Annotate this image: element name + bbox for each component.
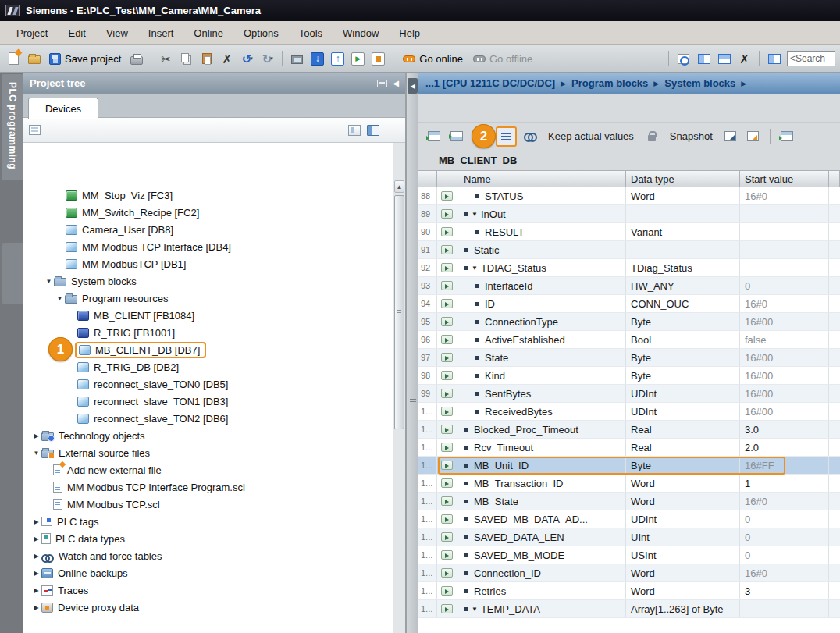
copy-icon[interactable] (177, 50, 195, 68)
scrollbar-thumb[interactable] (394, 195, 404, 429)
tree-item-add-new-external-file[interactable]: Add new external file (28, 461, 393, 478)
apply-snapshot-icon[interactable] (744, 127, 763, 146)
table-row-blocked-proc-timeout[interactable]: 1...Blocked_Proc_TimeoutReal3.0 (418, 421, 840, 439)
save-project-button[interactable]: Save project (45, 52, 125, 66)
table-row-connection-id[interactable]: 1...Connection_IDWord16#0 (418, 564, 840, 582)
tree-item-mm-modbus-tcp-interface-db4[interactable]: MM Modbus TCP Interface [DB4] (28, 238, 393, 255)
upload-from-device-icon[interactable]: ↑ (329, 50, 347, 68)
header-data-type[interactable]: Data type (626, 171, 740, 187)
expanded-mode-icon[interactable] (496, 126, 517, 147)
table-row-static[interactable]: 91Static (418, 241, 840, 259)
copy-snapshot-icon[interactable] (721, 127, 740, 146)
table-row-result[interactable]: 90RESULTVariant (418, 223, 840, 241)
menu-project[interactable]: Project (8, 25, 56, 41)
scroll-up-icon[interactable]: ▲ (394, 180, 404, 193)
add-row-icon[interactable] (447, 127, 466, 146)
menu-edit[interactable]: Edit (59, 25, 94, 41)
lock-values-icon[interactable] (642, 127, 661, 146)
tree-item-external-source-files[interactable]: ▼External source files (28, 444, 393, 461)
expand-arrow-icon[interactable]: ▶ (31, 570, 41, 577)
search-input[interactable]: <Search (787, 51, 835, 66)
close-editor-icon[interactable]: ✗ (735, 50, 753, 68)
tree-item-online-backups[interactable]: ▶Online backups (28, 564, 393, 581)
tree-item-mm-stop-viz-fc3[interactable]: MM_Stop_Viz [FC3] (28, 187, 393, 204)
splitter-grip[interactable] (410, 397, 416, 404)
table-row-temp-data[interactable]: 1...▼TEMP_DATAArray[1..263] of Byte (418, 600, 840, 618)
tab-devices[interactable]: Devices (28, 98, 98, 119)
auto-collapse-icon[interactable] (377, 80, 387, 87)
tree-item-mb-client-db-db7[interactable]: 1MB_CLIENT_DB [DB7] (28, 341, 393, 358)
go-online-button[interactable]: Go online (399, 52, 467, 66)
tree-item-device-proxy-data[interactable]: ▶Device proxy data (28, 599, 393, 616)
table-row-interfaceid[interactable]: 93InterfaceIdHW_ANY0 (418, 277, 840, 295)
blue-book-icon[interactable] (367, 125, 379, 136)
tree-item-mm-switch-recipe-fc2[interactable]: MM_Switch_Recipe [FC2] (28, 204, 393, 221)
collapse-arrow-icon[interactable]: ▼ (472, 606, 478, 613)
tree-item-program-resources[interactable]: ▼Program resources (28, 290, 393, 307)
tree-item-r-trig-db-db2[interactable]: R_TRIG_DB [DB2] (28, 358, 393, 375)
cut-icon[interactable]: ✂ (157, 50, 175, 68)
menu-options[interactable]: Options (235, 25, 287, 41)
new-project-icon[interactable] (5, 50, 23, 68)
collapse-left-icon[interactable]: ◀ (408, 78, 418, 94)
table-row-kind[interactable]: 98KindByte16#00 (418, 367, 840, 385)
layout-left-icon[interactable] (765, 50, 783, 68)
start-cpu-icon[interactable]: ▶ (349, 50, 367, 68)
expand-arrow-icon[interactable]: ▶ (31, 604, 41, 611)
table-row-state[interactable]: 97StateByte16#00 (418, 349, 840, 367)
tree-item-plc-data-types[interactable]: ▶PLC data types (28, 530, 393, 547)
breadcrumb-item-3[interactable]: System blocks (664, 77, 735, 89)
tree-item-mb-client-fb1084[interactable]: MB_CLIENT [FB1084] (28, 307, 393, 324)
tree-item-r-trig-fb1001[interactable]: R_TRIG [FB1001] (28, 324, 393, 341)
download-to-device-icon[interactable]: ↓ (308, 50, 326, 68)
tree-item-mm-modbus-tcp-scl[interactable]: MM Modbus TCP.scl (28, 496, 393, 513)
menu-help[interactable]: Help (390, 25, 429, 41)
breadcrumb-item-1[interactable]: ...1 [CPU 1211C DC/DC/DC] (425, 77, 555, 89)
print-icon[interactable] (127, 50, 145, 68)
menu-insert[interactable]: Insert (140, 25, 183, 41)
table-row-saved-mb-data-ad[interactable]: 1...SAVED_MB_DATA_AD...UDInt0 (418, 510, 840, 528)
collapse-arrow-icon[interactable]: ▼ (472, 211, 478, 218)
snapshot-button[interactable]: Snapshot (670, 130, 713, 142)
tree-item-traces[interactable]: ▶Traces (28, 581, 393, 599)
table-row-sentbytes[interactable]: 99SentBytesUDInt16#00 (418, 385, 840, 403)
paste-icon[interactable] (198, 50, 215, 68)
collapse-arrow-icon[interactable]: ▼ (31, 450, 41, 457)
tree-item-camera-user-db8[interactable]: Camera_User [DB8] (28, 221, 393, 238)
menu-online[interactable]: Online (185, 25, 232, 41)
table-row-activeestablished[interactable]: 96ActiveEstablishedBoolfalse (418, 331, 840, 349)
details-view-icon[interactable] (348, 125, 361, 136)
header-start-value[interactable]: Start value (740, 171, 829, 187)
expand-arrow-icon[interactable]: ▶ (31, 553, 41, 560)
table-row-connectiontype[interactable]: 95ConnectionTypeByte16#00 (418, 313, 840, 331)
keep-actual-values-button[interactable]: Keep actual values (548, 130, 634, 142)
table-row-inout[interactable]: 89▼InOut (418, 205, 840, 223)
grid-view-icon[interactable] (29, 125, 41, 135)
expand-arrow-icon[interactable]: ▶ (31, 518, 41, 525)
more-actions-icon[interactable] (778, 127, 796, 146)
table-row-mb-unit-id[interactable]: 1...MB_Unit_IDByte16#FF (418, 457, 840, 475)
tree-scrollbar[interactable]: ▲ (393, 143, 405, 633)
table-row-id[interactable]: 94IDCONN_OUC16#0 (418, 295, 840, 313)
tree-item-reconnect-slave-ton1-db3[interactable]: reconnect_slave_TON1 [DB3] (28, 393, 393, 410)
cross-reference-icon[interactable] (674, 50, 692, 68)
expand-arrow-icon[interactable]: ▶ (31, 587, 41, 594)
header-name[interactable]: Name (457, 171, 626, 187)
table-row-saved-data-len[interactable]: 1...SAVED_DATA_LENUInt0 (418, 528, 840, 546)
window-split-vertical-icon[interactable] (695, 50, 713, 68)
panel-splitter[interactable]: ◀ (406, 73, 418, 633)
stop-cpu-icon[interactable] (369, 50, 387, 68)
table-row-mb-state[interactable]: 1...MB_StateWord16#0 (418, 493, 840, 510)
table-row-status[interactable]: 88STATUSWord16#0 (418, 187, 840, 205)
table-row-mb-transaction-id[interactable]: 1...MB_Transaction_IDWord1 (418, 475, 840, 493)
monitor-all-icon[interactable] (521, 127, 539, 146)
insert-row-icon[interactable] (425, 127, 443, 146)
tree-item-system-blocks[interactable]: ▼System blocks (28, 272, 393, 290)
collapse-arrow-icon[interactable]: ▼ (44, 278, 54, 285)
table-row-saved-mb-mode[interactable]: 1...SAVED_MB_MODEUSInt0 (418, 546, 840, 564)
delete-icon[interactable]: ✗ (218, 50, 236, 68)
collapse-arrow-icon[interactable]: ▼ (472, 265, 478, 272)
table-row-tdiag-status[interactable]: 92▼TDIAG_StatusTDiag_Status (418, 259, 840, 277)
collapse-panel-icon[interactable]: ◀ (393, 79, 399, 87)
tree-item-mm-modbustcp-db1[interactable]: MM ModbusTCP [DB1] (28, 255, 393, 272)
